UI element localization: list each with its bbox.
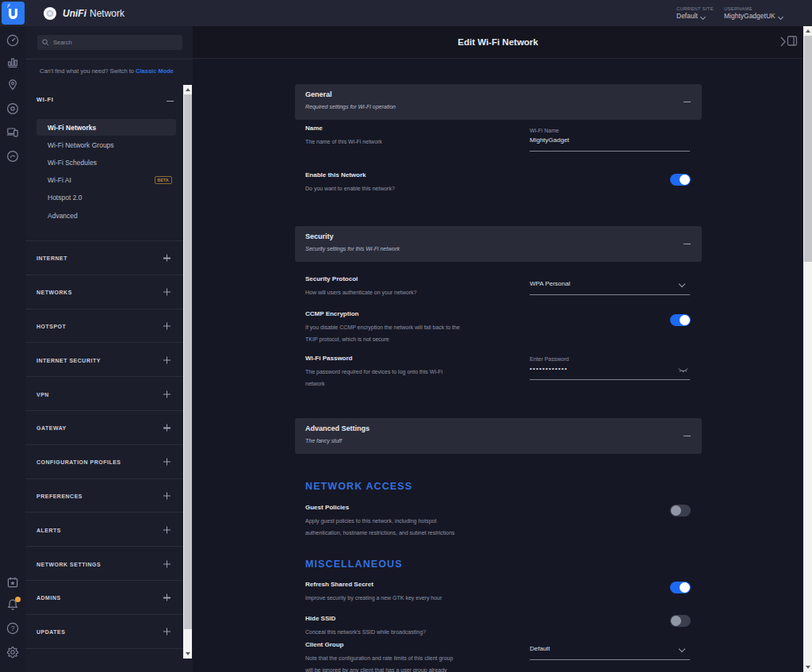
row-label-password: Wi-Fi Password	[305, 352, 535, 365]
toggle-ccmp-on[interactable]	[670, 314, 691, 326]
sidebar-item-advanced[interactable]: Advanced	[36, 207, 176, 224]
rail-help-button[interactable]: ?	[6, 621, 20, 636]
row-desc-password: The password required for devices to log…	[305, 366, 543, 390]
row-desc-ccmp: If you disable CCMP encryption the netwo…	[305, 321, 543, 345]
expand-icon	[163, 459, 170, 466]
scroll-up-button[interactable]	[803, 26, 812, 36]
section-heading-misc: MISCELLANEOUS	[305, 559, 403, 570]
row-label-ccmp: CCMP Encryption	[305, 308, 535, 321]
divider	[25, 59, 193, 60]
ubiquiti-logo[interactable]	[2, 2, 25, 25]
classic-mode-link[interactable]: Classic Mode	[136, 67, 174, 75]
sidebar-item-hotspot-2-0[interactable]: Hotspot 2.0	[36, 190, 176, 206]
expand-icon	[163, 390, 170, 397]
expand-icon	[163, 492, 170, 499]
rail-settings-button[interactable]	[6, 645, 20, 659]
username-selector[interactable]: USERNAME MightyGadgetUK	[724, 0, 783, 26]
scroll-down-button[interactable]	[183, 649, 192, 659]
dashboard-icon	[6, 33, 20, 48]
whats-new-icon	[6, 575, 20, 589]
toggle-enable-on[interactable]	[670, 174, 691, 186]
collapse-icon[interactable]	[684, 102, 691, 102]
rail-whats-new-button[interactable]	[6, 575, 20, 589]
beta-badge: BETA	[155, 176, 172, 184]
section-band-advanced[interactable]: Advanced SettingsThe fancy stuff	[295, 418, 702, 454]
nav-group-preferences[interactable]: PREFERENCES	[25, 478, 183, 513]
search-input[interactable]: Search	[37, 35, 182, 50]
nav-group-vpn[interactable]: VPN	[25, 376, 183, 411]
rail-clients-button[interactable]	[6, 125, 20, 139]
current-site-selector[interactable]: CURRENT SITE Default	[676, 0, 714, 26]
help-icon: ?	[6, 621, 20, 636]
chevron-down-icon	[779, 14, 783, 19]
expand-icon	[163, 424, 170, 432]
expand-icon	[163, 289, 170, 296]
show-password-icon[interactable]	[678, 363, 688, 377]
brand-network: Network	[90, 8, 124, 19]
section-band-general[interactable]: GeneralRequired settings for Wi-Fi opera…	[295, 84, 702, 120]
nav-group-gateway[interactable]: GATEWAY	[25, 410, 183, 445]
rail-notifications-button[interactable]	[6, 597, 20, 612]
insights-icon	[6, 149, 20, 163]
settings-sidebar: Search Can't find what you need? Switch …	[25, 26, 193, 672]
expand-icon	[163, 526, 170, 533]
toggle-guest-off[interactable]	[670, 505, 691, 516]
sidebar-item-wi-fi-networks[interactable]: Wi-Fi Networks	[36, 119, 176, 136]
current-site-value: Default	[676, 12, 698, 21]
nav-group-networks[interactable]: NETWORKS	[25, 275, 183, 309]
expand-panel-icon[interactable]	[778, 34, 799, 50]
row-desc-refresh: Improve security by creating a new GTK k…	[305, 592, 543, 604]
nav-group-internet-security[interactable]: INTERNET SECURITY	[25, 342, 183, 377]
scrollbar-thumb[interactable]	[804, 36, 812, 262]
collapse-icon[interactable]	[167, 101, 174, 102]
settings-icon	[6, 645, 20, 659]
section-band-security[interactable]: SecuritySecurity settings for this Wi-Fi…	[295, 226, 702, 262]
select-protocol[interactable]: WPA Personal	[530, 278, 690, 290]
main-scrollbar[interactable]	[803, 26, 812, 672]
row-desc-guest: Apply guest policies to this network, in…	[305, 515, 543, 539]
svg-text:?: ?	[11, 624, 15, 632]
statistics-icon	[6, 55, 20, 69]
username-label: USERNAME	[724, 6, 783, 12]
row-label-hide-ssid: Hide SSID	[305, 612, 535, 625]
brand-unifi: UniFi	[63, 8, 86, 19]
rail-statistics-button[interactable]	[6, 55, 20, 69]
nav-group-admins[interactable]: ADMINS	[25, 580, 183, 615]
unifi-ap-logo-icon	[43, 6, 57, 21]
scroll-down-button[interactable]	[803, 662, 812, 672]
nav-group-wifi[interactable]: WI-FI	[36, 96, 53, 103]
nav-group-configuration-profiles[interactable]: CONFIGURATION PROFILES	[25, 444, 183, 479]
nav-group-alerts[interactable]: ALERTS	[25, 512, 183, 547]
rail-dashboard-button[interactable]	[6, 33, 20, 48]
search-icon	[42, 39, 49, 46]
nav-group-internet[interactable]: INTERNET	[25, 240, 183, 275]
rail-insights-button[interactable]	[6, 149, 20, 163]
password-field-password[interactable]: Enter Password••••••••••••	[530, 355, 690, 374]
nav-group-hotspot[interactable]: HOTSPOT	[25, 309, 183, 344]
sidebar-item-wi-fi-network-groups[interactable]: Wi-Fi Network Groups	[36, 136, 176, 153]
username-value: MightyGadgetUK	[724, 12, 776, 21]
collapse-icon[interactable]	[684, 436, 691, 436]
row-label-guest: Guest Policies	[305, 501, 535, 514]
search-placeholder: Search	[53, 39, 72, 46]
devices-icon	[6, 102, 20, 116]
sidebar-scrollbar[interactable]	[183, 85, 192, 659]
rail-map-button[interactable]	[6, 78, 20, 92]
collapse-icon[interactable]	[684, 244, 691, 244]
toggle-hide-ssid-off[interactable]	[670, 615, 691, 627]
scroll-up-button[interactable]	[183, 85, 192, 94]
icon-rail: ?	[0, 26, 25, 672]
nav-group-network-settings[interactable]: NETWORK SETTINGS	[25, 546, 183, 581]
text-field-name[interactable]: Wi-Fi NameMightyGadget	[530, 126, 690, 146]
current-site-label: CURRENT SITE	[676, 6, 714, 12]
select-client-group[interactable]: Default	[530, 643, 690, 655]
expand-icon	[163, 255, 170, 262]
sidebar-item-wi-fi-schedules[interactable]: Wi-Fi Schedules	[36, 154, 176, 171]
rail-devices-button[interactable]	[6, 102, 20, 116]
divider	[25, 648, 193, 649]
sidebar-item-wi-fi-ai[interactable]: Wi-Fi AIBETA	[36, 172, 176, 189]
nav-group-updates[interactable]: UPDATES	[25, 614, 183, 649]
scrollbar-thumb[interactable]	[184, 94, 192, 629]
toggle-refresh-on[interactable]	[670, 582, 691, 593]
app-title: UniFi Network	[63, 0, 124, 26]
